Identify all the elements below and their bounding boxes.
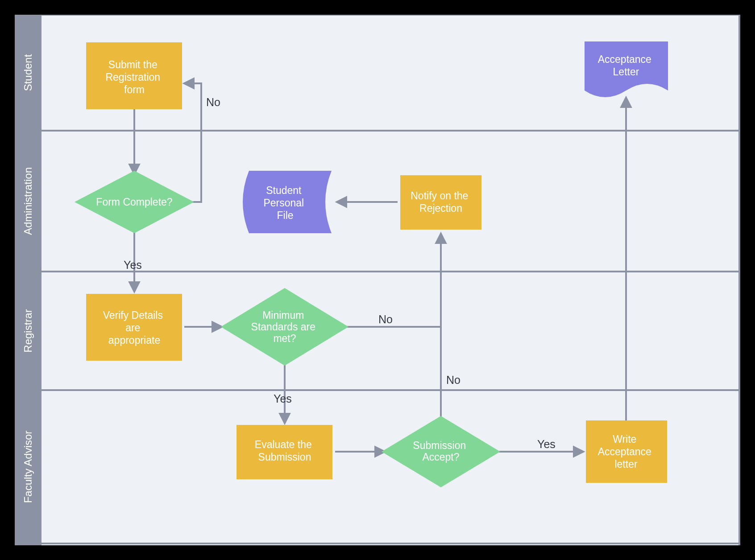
t: Acceptance — [598, 54, 651, 65]
t: Evaluate the — [255, 439, 312, 450]
lane-label-administration: Administration — [22, 167, 34, 235]
lane-label-registrar: Registrar — [22, 309, 34, 352]
t: File — [277, 210, 293, 221]
t: Write — [613, 433, 636, 445]
diagram-frame: Student Administration Registrar Faculty… — [0, 0, 755, 560]
node-acceptance-letter: Acceptance Letter — [585, 41, 668, 97]
t: appropriate — [108, 334, 160, 346]
t: Accept? — [422, 451, 459, 463]
t: form — [124, 84, 145, 95]
node-notify-rejection: Notify on the Rejection — [400, 175, 481, 230]
edge-label-yes-3: Yes — [537, 438, 556, 450]
node-verify-details: Verify Details are appropriate — [86, 294, 182, 361]
t: Submission — [258, 451, 311, 463]
node-min-standards: Minimum Standards are met? — [221, 288, 348, 366]
t: Form Complete? — [96, 196, 172, 208]
t: letter — [614, 458, 637, 470]
t: Personal — [263, 197, 304, 209]
edge-label-yes-1: Yes — [124, 259, 142, 271]
t: Acceptance — [598, 446, 651, 457]
edge-label-yes-2: Yes — [274, 392, 292, 405]
t: Registration — [105, 71, 160, 83]
lane-label-student: Student — [22, 54, 34, 91]
t: Verify Details — [103, 309, 163, 321]
node-form-complete: Form Complete? — [75, 171, 194, 233]
t: are — [125, 322, 140, 334]
t: Minimum — [262, 309, 304, 321]
edge-formcomplete-no — [185, 83, 201, 202]
t: Submit the — [108, 59, 158, 70]
t: Letter — [613, 66, 639, 78]
edge-label-no-3: No — [446, 374, 460, 386]
node-evaluate-submission: Evaluate the Submission — [236, 425, 332, 479]
t: Student — [266, 185, 302, 196]
t: Submission — [413, 440, 466, 451]
t: met? — [273, 333, 296, 344]
edge-label-no-1: No — [206, 96, 220, 108]
node-submission-accept: Submission Accept? — [382, 416, 500, 487]
t: Notify on the — [411, 190, 468, 202]
node-student-file: Student Personal File — [243, 171, 332, 233]
t: Rejection — [419, 202, 462, 214]
node-submit-registration: Submit the Registration form — [86, 42, 182, 109]
edge-minstd-no — [346, 234, 441, 327]
node-write-acceptance: Write Acceptance letter — [586, 420, 667, 483]
t: Standards are — [251, 321, 315, 333]
edge-label-no-2: No — [378, 313, 393, 325]
flowchart-svg: Student Administration Registrar Faculty… — [15, 15, 740, 545]
lane-label-faculty-advisor: Faculty Advisor — [22, 431, 34, 503]
diagram-canvas: Student Administration Registrar Faculty… — [15, 15, 740, 545]
